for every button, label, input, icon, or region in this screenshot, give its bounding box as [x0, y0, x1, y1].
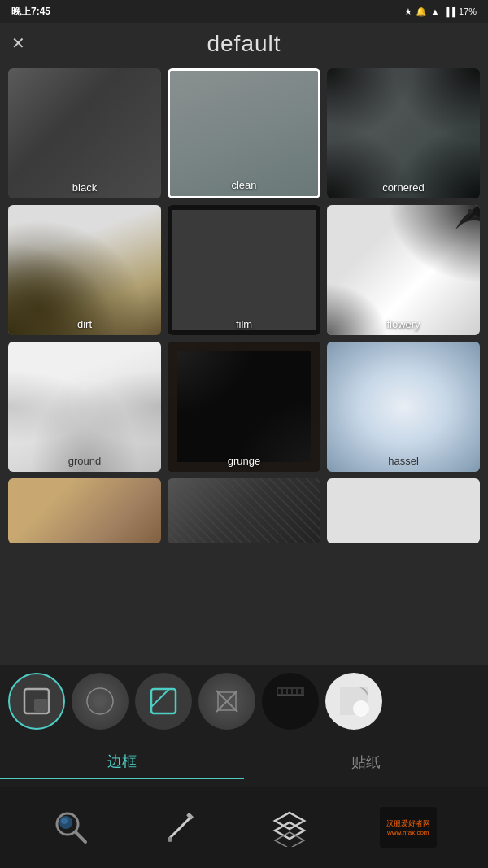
- brush-icon: [161, 808, 200, 847]
- filter-thumb-partial2: [168, 478, 320, 543]
- tool-circle-3[interactable]: [135, 673, 192, 730]
- svg-marker-29: [275, 822, 304, 839]
- tab-bar: 边框 贴纸: [0, 738, 488, 787]
- filter-label-flowery: flowery: [327, 318, 480, 330]
- filter-label-cornered: cornered: [327, 181, 480, 194]
- filter-item-grunge[interactable]: grunge: [168, 342, 320, 472]
- tool-icon-4: [208, 683, 246, 720]
- filter-thumb-ground: [8, 342, 161, 472]
- svg-line-24: [76, 832, 85, 842]
- filter-item-partial2[interactable]: [168, 478, 320, 543]
- header: ✕ default: [0, 23, 488, 63]
- filter-thumb-partial1: [8, 478, 161, 543]
- tool-icon-6: [335, 683, 373, 720]
- flowery-decoration: [439, 205, 480, 246]
- nav-brush[interactable]: [161, 808, 200, 847]
- filter-thumb-dirt: [8, 205, 161, 335]
- svg-point-5: [94, 695, 107, 708]
- filter-item-ground[interactable]: ground: [8, 342, 161, 472]
- svg-rect-14: [278, 689, 281, 694]
- nav-layers[interactable]: [270, 808, 309, 847]
- svg-point-27: [168, 837, 172, 842]
- svg-rect-15: [283, 689, 286, 694]
- svg-line-25: [169, 818, 190, 839]
- tool-icon-1: [18, 683, 55, 720]
- filter-item-black[interactable]: black: [8, 68, 161, 198]
- close-button[interactable]: ✕: [11, 33, 25, 53]
- tool-icon-2: [81, 683, 119, 720]
- tool-circle-6[interactable]: [325, 673, 382, 730]
- svg-point-1: [473, 215, 477, 218]
- tool-icon-3: [145, 683, 182, 720]
- tool-circle-2[interactable]: [72, 673, 129, 730]
- filter-item-partial1[interactable]: [8, 478, 161, 543]
- filter-item-flowery[interactable]: flowery: [327, 205, 480, 335]
- filter-thumb-hassel: [327, 342, 480, 472]
- filter-label-hassel: hassel: [327, 455, 480, 467]
- filter-label-grunge: grunge: [168, 455, 320, 467]
- wifi-icon: ▲: [430, 7, 439, 16]
- svg-point-20: [353, 700, 369, 717]
- filter-item-hassel[interactable]: hassel: [327, 342, 480, 472]
- bluetooth-icon: ★: [404, 7, 412, 17]
- status-time: 晚上7:45: [11, 5, 50, 19]
- tool-strip: [0, 665, 488, 738]
- watermark-box: 汉服爱好者网 www.hfak.com: [380, 807, 437, 848]
- tool-circle-5[interactable]: [262, 673, 319, 730]
- grunge-border: [168, 342, 320, 472]
- battery-text: 17%: [459, 7, 477, 16]
- svg-marker-28: [275, 813, 304, 829]
- tool-icon-5: [272, 683, 309, 720]
- filter-label-film: film: [168, 318, 320, 330]
- svg-rect-18: [298, 689, 301, 694]
- filter-thumb-black: [8, 68, 161, 198]
- svg-rect-17: [293, 689, 296, 694]
- filter-thumb-partial3: [327, 478, 480, 543]
- watermark-line1: 汉服爱好者网: [386, 818, 430, 829]
- status-bar: 晚上7:45 ★ 🔔 ▲ ▐▐ 17%: [0, 0, 488, 23]
- filter-item-dirt[interactable]: dirt: [8, 205, 161, 335]
- svg-point-0: [468, 209, 473, 214]
- signal-icon: ▐▐: [442, 7, 455, 16]
- tab-sticker[interactable]: 贴纸: [244, 746, 488, 779]
- status-icons: ★ 🔔 ▲ ▐▐ 17%: [404, 7, 477, 17]
- tool-circle-1[interactable]: [8, 673, 65, 730]
- filter-item-cornered[interactable]: cornered: [327, 68, 480, 198]
- filter-label-ground: ground: [8, 455, 161, 467]
- svg-point-23: [61, 818, 68, 824]
- filter-thumb-film: [168, 205, 320, 335]
- filter-item-partial3[interactable]: [327, 478, 480, 543]
- svg-rect-16: [288, 689, 291, 694]
- tab-border-label: 边框: [107, 753, 137, 770]
- svg-rect-6: [151, 689, 176, 713]
- filter-item-film[interactable]: film: [168, 205, 320, 335]
- nav-watermark[interactable]: 汉服爱好者网 www.hfak.com: [380, 807, 437, 848]
- page-title: default: [207, 31, 281, 57]
- bottom-nav: 汉服爱好者网 www.hfak.com: [0, 787, 488, 868]
- filter-thumb-grunge: [168, 342, 320, 472]
- filter-thumb-clean: [170, 71, 318, 196]
- svg-line-7: [151, 689, 169, 707]
- lens-icon: [51, 808, 90, 847]
- watermark-line2: www.hfak.com: [387, 829, 429, 836]
- filter-label-black: black: [8, 181, 161, 194]
- alarm-icon: 🔔: [416, 7, 427, 17]
- filter-grid: black clean cornered dirt film flowery: [0, 63, 488, 548]
- layers-icon: [270, 808, 309, 847]
- filter-label-clean: clean: [170, 179, 318, 191]
- filter-label-dirt: dirt: [8, 318, 161, 330]
- filter-item-clean[interactable]: clean: [168, 68, 320, 198]
- tool-circle-4[interactable]: [198, 673, 255, 730]
- filter-thumb-flowery: [327, 205, 480, 335]
- filter-thumb-cornered: [327, 68, 480, 198]
- tab-sticker-label: 贴纸: [351, 754, 381, 770]
- tab-border[interactable]: 边框: [0, 745, 244, 779]
- nav-lens[interactable]: [51, 808, 90, 847]
- svg-rect-3: [34, 699, 47, 712]
